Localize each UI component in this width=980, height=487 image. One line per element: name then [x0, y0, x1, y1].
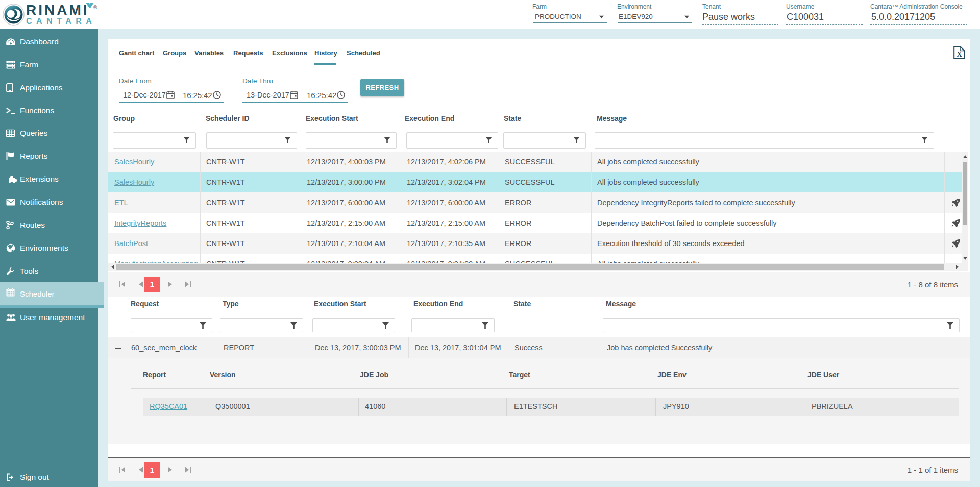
svg-text:X: X — [957, 51, 962, 58]
